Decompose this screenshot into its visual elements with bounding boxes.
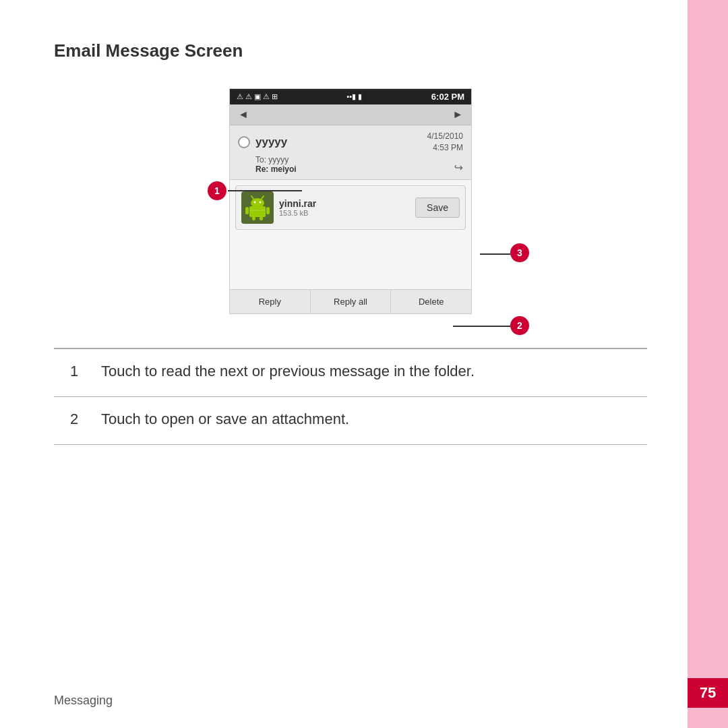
svg-line-4 [251, 196, 253, 199]
svg-rect-7 [266, 207, 270, 214]
phone-container: 1 3 2 ⚠ ⚠ ▣ ⚠ ⊞ [54, 88, 647, 314]
email-date: 4/15/2010 4:53 PM [427, 131, 463, 154]
callout-1: 1 [208, 181, 226, 200]
battery-icon: ▮ [358, 92, 362, 101]
annotation-line-1 [228, 190, 302, 191]
back-arrow-icon[interactable]: ◄ [238, 109, 249, 121]
sender-name: yyyyy [255, 135, 287, 149]
svg-line-5 [262, 196, 264, 199]
reply-icon[interactable]: ↩ [454, 161, 463, 174]
callout-2: 2 [510, 316, 529, 335]
reply-all-button[interactable]: Reply all [311, 290, 392, 313]
nav-bar[interactable]: ◄ ► [230, 104, 471, 125]
svg-point-3 [260, 201, 262, 203]
footer: Messaging [54, 694, 113, 708]
signal-icons: ▪▪▮ ▮ [347, 92, 363, 101]
email-to: To: yyyyy [255, 155, 463, 164]
pink-sidebar [688, 0, 728, 728]
phone-screen: ⚠ ⚠ ▣ ⚠ ⊞ ▪▪▮ ▮ 6:02 PM ◄ ► [229, 88, 472, 314]
desc-number-2: 2 [54, 397, 94, 444]
svg-rect-9 [260, 216, 263, 220]
email-sender-row: yyyyy 4/15/2010 4:53 PM [238, 131, 463, 154]
action-buttons: Reply Reply all Delete [230, 289, 471, 313]
svg-rect-8 [252, 216, 255, 220]
desc-text-2: Touch to open or save an attachment. [94, 397, 647, 444]
sender-avatar [238, 136, 250, 148]
annotation-line-3 [480, 253, 510, 255]
status-bar: ⚠ ⚠ ▣ ⚠ ⊞ ▪▪▮ ▮ 6:02 PM [230, 89, 471, 104]
attachment-size: 153.5 kB [279, 209, 316, 217]
page-number: 75 [688, 678, 728, 708]
grid-icon: ⊞ [272, 92, 278, 101]
attachment-area: yinni.rar 153.5 kB Save [235, 185, 466, 230]
main-content: Email Message Screen 1 3 2 ⚠ ⚠ ▣ [0, 0, 688, 728]
android-icon [241, 191, 274, 224]
svg-point-2 [254, 201, 256, 203]
save-button[interactable]: Save [415, 198, 460, 218]
reply-button[interactable]: Reply [230, 290, 311, 313]
email-header: yyyyy 4/15/2010 4:53 PM To: yyyyy Re: me… [230, 125, 471, 180]
delete-button[interactable]: Delete [391, 290, 471, 313]
forward-arrow-icon[interactable]: ► [452, 109, 463, 121]
attachment-left: yinni.rar 153.5 kB [241, 191, 316, 224]
signal-icon: ▪▪▮ [347, 92, 357, 101]
attachment-info: yinni.rar 153.5 kB [279, 198, 316, 217]
square-icon: ▣ [254, 92, 261, 101]
status-icons: ⚠ ⚠ ▣ ⚠ ⊞ [237, 92, 278, 101]
desc-number-1: 1 [54, 349, 94, 396]
status-time: 6:02 PM [431, 92, 464, 102]
callout-3: 3 [510, 243, 529, 262]
desc-text-1: Touch to read the next or previous messa… [94, 349, 647, 396]
warning-icon-2: ⚠ [245, 92, 252, 101]
svg-rect-0 [249, 206, 266, 217]
annotation-line-2 [453, 326, 510, 327]
warning-icon: ⚠ [237, 92, 243, 101]
svg-rect-6 [245, 207, 249, 214]
sender-left: yyyyy [238, 135, 287, 149]
desc-row-2: 2 Touch to open or save an attachment. [54, 397, 647, 445]
warning-icon-3: ⚠ [263, 92, 270, 101]
attachment-name: yinni.rar [279, 198, 316, 209]
page-title: Email Message Screen [54, 40, 647, 61]
message-body [230, 235, 471, 289]
desc-row-1: 1 Touch to read the next or previous mes… [54, 349, 647, 397]
description-table: 1 Touch to read the next or previous mes… [54, 348, 647, 445]
svg-point-1 [251, 198, 264, 208]
email-subject: Re: meiyoi [255, 164, 463, 174]
